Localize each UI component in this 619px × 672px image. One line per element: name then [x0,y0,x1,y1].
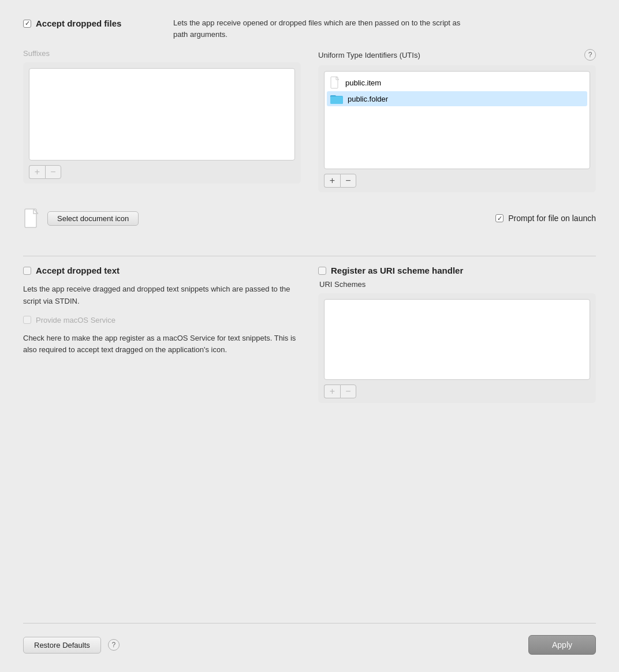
uti-buttons: + − [324,174,590,188]
add-suffix-button[interactable]: + [29,165,45,179]
suffixes-list[interactable] [29,68,295,160]
accept-text-description: Lets the app receive dragged and dropped… [23,283,301,308]
accept-files-description: Lets the app receive opened or dropped f… [173,17,473,40]
bottom-section: Accept dropped text Lets the app receive… [23,266,596,415]
remove-suffix-button[interactable]: − [45,165,61,179]
uri-schemes-container: + − [318,293,596,403]
accept-text-checkbox[interactable] [23,267,31,275]
uti-label: Uniform Type Identifiers (UTIs) [318,51,420,59]
suffixes-buttons: + − [29,165,295,179]
uti-item-label: public.item [345,79,381,87]
file-icon [330,76,341,89]
suffixes-container: + − [23,62,301,184]
apply-button[interactable]: Apply [528,635,596,655]
uti-help-button[interactable]: ? [584,49,596,61]
uti-item-public-folder[interactable]: public.folder [327,91,587,106]
provide-service-checkbox[interactable] [23,316,31,324]
accept-text-row: Accept dropped text [23,266,301,275]
uti-container: public.item public.folder [318,65,596,192]
document-icon-preview [23,207,42,229]
svg-rect-2 [330,96,343,104]
accept-files-label[interactable]: Accept dropped files [36,18,121,28]
footer-help-button[interactable]: ? [108,639,120,651]
checkmark-icon: ✓ [497,215,502,222]
add-uti-button[interactable]: + [324,174,340,188]
provide-service-label: Provide macOS Service [36,316,115,324]
uti-item-label: public.folder [348,95,388,103]
register-uri-label[interactable]: Register as URI scheme handler [331,266,463,275]
accept-text-section: Accept dropped text Lets the app receive… [23,266,301,356]
top-header-row: ✓ Accept dropped files Lets the app rece… [23,17,596,40]
doc-prompt-row: Select document icon ✓ Prompt for file o… [23,204,596,229]
svg-rect-0 [331,77,338,88]
prompt-launch-row: ✓ Prompt for file on launch [495,214,596,223]
svg-rect-3 [25,209,36,227]
folder-icon [330,94,343,104]
remove-uri-button[interactable]: − [340,384,356,398]
suffixes-col: Suffixes + − [23,49,301,184]
uri-schemes-list[interactable] [324,299,590,380]
uti-item-public-item[interactable]: public.item [327,74,587,91]
footer: Restore Defaults ? Apply [23,623,596,655]
section-divider [23,256,596,256]
restore-defaults-button[interactable]: Restore Defaults [23,637,101,654]
checkmark-icon: ✓ [25,20,30,27]
register-uri-checkbox[interactable] [318,267,326,275]
suffixes-label: Suffixes [23,49,301,58]
provide-service-description: Check here to make the app register as a… [23,333,301,357]
top-section: ✓ Accept dropped files Lets the app rece… [23,17,596,247]
register-uri-row: Register as URI scheme handler [318,266,596,275]
main-content: ✓ Accept dropped files Lets the app rece… [23,17,596,655]
remove-uti-button[interactable]: − [340,174,356,188]
uti-list[interactable]: public.item public.folder [324,71,590,169]
accept-files-row: ✓ Accept dropped files [23,18,150,28]
accept-text-label[interactable]: Accept dropped text [36,266,120,275]
uri-schemes-label: URI Schemes [319,280,596,289]
uri-buttons: + − [324,384,590,398]
uri-scheme-section: Register as URI scheme handler URI Schem… [318,266,596,403]
prompt-launch-checkbox[interactable]: ✓ [495,214,504,222]
footer-left: Restore Defaults ? [23,637,120,654]
uti-header-row: Uniform Type Identifiers (UTIs) ? [318,49,596,61]
add-uri-button[interactable]: + [324,384,340,398]
doc-icon-row: Select document icon [23,207,139,229]
select-doc-icon-button[interactable]: Select document icon [47,211,139,226]
accept-files-checkbox[interactable]: ✓ [23,20,31,28]
files-columns: Suffixes + − Uniform Type Identifiers (U… [23,49,596,192]
provide-service-row: Provide macOS Service [23,316,301,324]
uti-col: Uniform Type Identifiers (UTIs) ? [318,49,596,192]
prompt-launch-label[interactable]: Prompt for file on launch [508,214,596,223]
